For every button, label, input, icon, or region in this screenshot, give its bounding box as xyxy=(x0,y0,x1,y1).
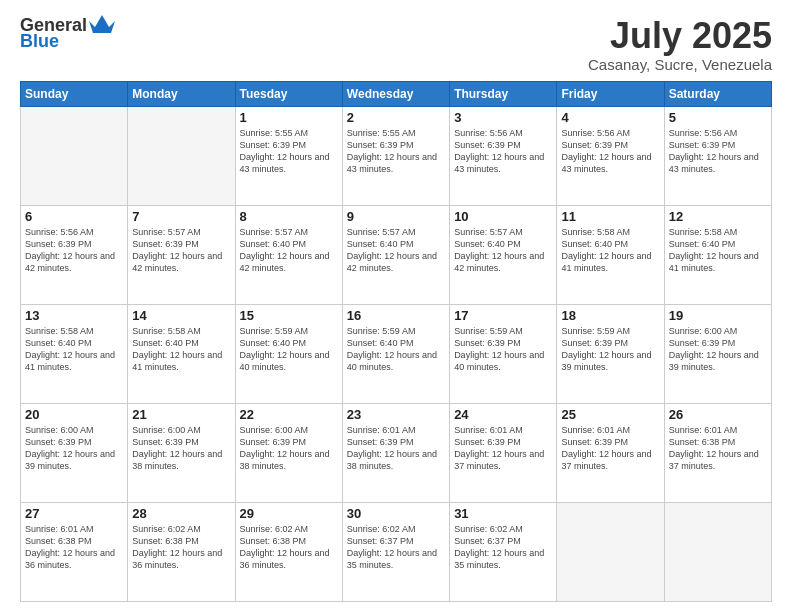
day-info: Sunrise: 6:02 AM Sunset: 6:37 PM Dayligh… xyxy=(347,523,445,572)
calendar-table: SundayMondayTuesdayWednesdayThursdayFrid… xyxy=(20,81,772,602)
day-number: 30 xyxy=(347,506,445,521)
day-info: Sunrise: 6:00 AM Sunset: 6:39 PM Dayligh… xyxy=(132,424,230,473)
day-info: Sunrise: 5:58 AM Sunset: 6:40 PM Dayligh… xyxy=(25,325,123,374)
day-info: Sunrise: 6:01 AM Sunset: 6:39 PM Dayligh… xyxy=(454,424,552,473)
day-info: Sunrise: 5:58 AM Sunset: 6:40 PM Dayligh… xyxy=(132,325,230,374)
day-number: 5 xyxy=(669,110,767,125)
calendar-week-5: 27Sunrise: 6:01 AM Sunset: 6:38 PM Dayli… xyxy=(21,502,772,601)
day-number: 1 xyxy=(240,110,338,125)
calendar-cell: 11Sunrise: 5:58 AM Sunset: 6:40 PM Dayli… xyxy=(557,205,664,304)
calendar-week-3: 13Sunrise: 5:58 AM Sunset: 6:40 PM Dayli… xyxy=(21,304,772,403)
day-info: Sunrise: 5:59 AM Sunset: 6:39 PM Dayligh… xyxy=(561,325,659,374)
day-info: Sunrise: 5:59 AM Sunset: 6:40 PM Dayligh… xyxy=(240,325,338,374)
calendar-cell: 19Sunrise: 6:00 AM Sunset: 6:39 PM Dayli… xyxy=(664,304,771,403)
day-info: Sunrise: 6:01 AM Sunset: 6:39 PM Dayligh… xyxy=(561,424,659,473)
calendar-cell: 26Sunrise: 6:01 AM Sunset: 6:38 PM Dayli… xyxy=(664,403,771,502)
day-number: 8 xyxy=(240,209,338,224)
day-info: Sunrise: 6:00 AM Sunset: 6:39 PM Dayligh… xyxy=(669,325,767,374)
logo: General Blue xyxy=(20,16,115,52)
day-number: 6 xyxy=(25,209,123,224)
day-number: 17 xyxy=(454,308,552,323)
day-info: Sunrise: 5:57 AM Sunset: 6:40 PM Dayligh… xyxy=(240,226,338,275)
calendar-cell: 12Sunrise: 5:58 AM Sunset: 6:40 PM Dayli… xyxy=(664,205,771,304)
calendar-cell xyxy=(128,106,235,205)
calendar-cell: 2Sunrise: 5:55 AM Sunset: 6:39 PM Daylig… xyxy=(342,106,449,205)
day-info: Sunrise: 5:57 AM Sunset: 6:39 PM Dayligh… xyxy=(132,226,230,275)
day-number: 28 xyxy=(132,506,230,521)
day-number: 24 xyxy=(454,407,552,422)
day-number: 4 xyxy=(561,110,659,125)
day-number: 13 xyxy=(25,308,123,323)
calendar-cell: 1Sunrise: 5:55 AM Sunset: 6:39 PM Daylig… xyxy=(235,106,342,205)
calendar-week-4: 20Sunrise: 6:00 AM Sunset: 6:39 PM Dayli… xyxy=(21,403,772,502)
day-info: Sunrise: 6:02 AM Sunset: 6:37 PM Dayligh… xyxy=(454,523,552,572)
calendar-cell xyxy=(21,106,128,205)
calendar-cell: 10Sunrise: 5:57 AM Sunset: 6:40 PM Dayli… xyxy=(450,205,557,304)
calendar-week-2: 6Sunrise: 5:56 AM Sunset: 6:39 PM Daylig… xyxy=(21,205,772,304)
day-number: 10 xyxy=(454,209,552,224)
day-info: Sunrise: 5:55 AM Sunset: 6:39 PM Dayligh… xyxy=(347,127,445,176)
day-number: 19 xyxy=(669,308,767,323)
calendar-cell: 25Sunrise: 6:01 AM Sunset: 6:39 PM Dayli… xyxy=(557,403,664,502)
location-title: Casanay, Sucre, Venezuela xyxy=(588,56,772,73)
calendar-cell: 17Sunrise: 5:59 AM Sunset: 6:39 PM Dayli… xyxy=(450,304,557,403)
day-number: 3 xyxy=(454,110,552,125)
weekday-header-monday: Monday xyxy=(128,81,235,106)
day-number: 29 xyxy=(240,506,338,521)
day-info: Sunrise: 5:58 AM Sunset: 6:40 PM Dayligh… xyxy=(669,226,767,275)
day-info: Sunrise: 6:00 AM Sunset: 6:39 PM Dayligh… xyxy=(240,424,338,473)
day-info: Sunrise: 5:56 AM Sunset: 6:39 PM Dayligh… xyxy=(25,226,123,275)
day-number: 12 xyxy=(669,209,767,224)
calendar-cell: 27Sunrise: 6:01 AM Sunset: 6:38 PM Dayli… xyxy=(21,502,128,601)
svg-marker-0 xyxy=(89,15,115,33)
weekday-header-wednesday: Wednesday xyxy=(342,81,449,106)
day-info: Sunrise: 6:02 AM Sunset: 6:38 PM Dayligh… xyxy=(240,523,338,572)
calendar-cell: 16Sunrise: 5:59 AM Sunset: 6:40 PM Dayli… xyxy=(342,304,449,403)
calendar-cell: 23Sunrise: 6:01 AM Sunset: 6:39 PM Dayli… xyxy=(342,403,449,502)
calendar-cell: 15Sunrise: 5:59 AM Sunset: 6:40 PM Dayli… xyxy=(235,304,342,403)
calendar-cell: 22Sunrise: 6:00 AM Sunset: 6:39 PM Dayli… xyxy=(235,403,342,502)
day-info: Sunrise: 6:02 AM Sunset: 6:38 PM Dayligh… xyxy=(132,523,230,572)
day-number: 25 xyxy=(561,407,659,422)
calendar-cell: 18Sunrise: 5:59 AM Sunset: 6:39 PM Dayli… xyxy=(557,304,664,403)
calendar-cell xyxy=(557,502,664,601)
weekday-header-sunday: Sunday xyxy=(21,81,128,106)
logo-icon xyxy=(89,13,115,35)
day-info: Sunrise: 6:01 AM Sunset: 6:38 PM Dayligh… xyxy=(25,523,123,572)
calendar-cell: 4Sunrise: 5:56 AM Sunset: 6:39 PM Daylig… xyxy=(557,106,664,205)
weekday-header-friday: Friday xyxy=(557,81,664,106)
page: General Blue July 2025 Casanay, Sucre, V… xyxy=(0,0,792,612)
day-info: Sunrise: 6:01 AM Sunset: 6:39 PM Dayligh… xyxy=(347,424,445,473)
calendar-cell: 31Sunrise: 6:02 AM Sunset: 6:37 PM Dayli… xyxy=(450,502,557,601)
calendar-cell: 3Sunrise: 5:56 AM Sunset: 6:39 PM Daylig… xyxy=(450,106,557,205)
day-number: 2 xyxy=(347,110,445,125)
day-info: Sunrise: 6:00 AM Sunset: 6:39 PM Dayligh… xyxy=(25,424,123,473)
day-info: Sunrise: 5:57 AM Sunset: 6:40 PM Dayligh… xyxy=(347,226,445,275)
day-info: Sunrise: 5:59 AM Sunset: 6:40 PM Dayligh… xyxy=(347,325,445,374)
calendar-cell: 13Sunrise: 5:58 AM Sunset: 6:40 PM Dayli… xyxy=(21,304,128,403)
weekday-header-tuesday: Tuesday xyxy=(235,81,342,106)
calendar-cell: 24Sunrise: 6:01 AM Sunset: 6:39 PM Dayli… xyxy=(450,403,557,502)
day-number: 9 xyxy=(347,209,445,224)
title-block: July 2025 Casanay, Sucre, Venezuela xyxy=(588,16,772,73)
calendar-cell: 6Sunrise: 5:56 AM Sunset: 6:39 PM Daylig… xyxy=(21,205,128,304)
day-info: Sunrise: 5:56 AM Sunset: 6:39 PM Dayligh… xyxy=(454,127,552,176)
calendar-cell: 21Sunrise: 6:00 AM Sunset: 6:39 PM Dayli… xyxy=(128,403,235,502)
weekday-header-thursday: Thursday xyxy=(450,81,557,106)
day-info: Sunrise: 5:56 AM Sunset: 6:39 PM Dayligh… xyxy=(561,127,659,176)
day-number: 31 xyxy=(454,506,552,521)
calendar-cell: 8Sunrise: 5:57 AM Sunset: 6:40 PM Daylig… xyxy=(235,205,342,304)
calendar-cell: 5Sunrise: 5:56 AM Sunset: 6:39 PM Daylig… xyxy=(664,106,771,205)
calendar-cell: 9Sunrise: 5:57 AM Sunset: 6:40 PM Daylig… xyxy=(342,205,449,304)
calendar-cell: 20Sunrise: 6:00 AM Sunset: 6:39 PM Dayli… xyxy=(21,403,128,502)
weekday-header-saturday: Saturday xyxy=(664,81,771,106)
calendar-cell: 30Sunrise: 6:02 AM Sunset: 6:37 PM Dayli… xyxy=(342,502,449,601)
header: General Blue July 2025 Casanay, Sucre, V… xyxy=(20,16,772,73)
day-number: 23 xyxy=(347,407,445,422)
day-info: Sunrise: 5:58 AM Sunset: 6:40 PM Dayligh… xyxy=(561,226,659,275)
day-number: 16 xyxy=(347,308,445,323)
calendar-week-1: 1Sunrise: 5:55 AM Sunset: 6:39 PM Daylig… xyxy=(21,106,772,205)
day-number: 11 xyxy=(561,209,659,224)
calendar-cell: 14Sunrise: 5:58 AM Sunset: 6:40 PM Dayli… xyxy=(128,304,235,403)
day-number: 15 xyxy=(240,308,338,323)
